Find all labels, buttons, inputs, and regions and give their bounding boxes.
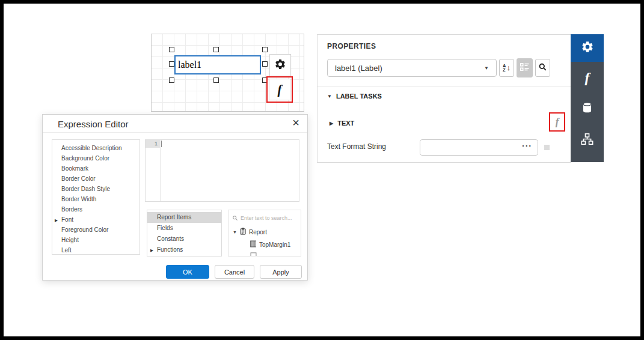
highlight-red-box: f xyxy=(266,76,293,103)
expression-code-editor[interactable]: 1 xyxy=(145,139,299,202)
close-icon[interactable]: × xyxy=(292,116,299,130)
tab-report-items[interactable]: Report Items xyxy=(147,212,221,223)
object-selector-value: label1 (Label) xyxy=(335,64,382,73)
tab-fields[interactable]: Fields xyxy=(147,223,221,234)
list-item[interactable]: Foreground Color xyxy=(52,225,140,235)
search-properties-button[interactable] xyxy=(535,59,550,77)
text-format-string-input[interactable] xyxy=(420,140,538,155)
margin-band-icon xyxy=(250,240,256,249)
fx-icon: f xyxy=(585,70,590,86)
resize-handle[interactable] xyxy=(169,61,174,67)
chevron-right-icon: ▶ xyxy=(55,215,58,225)
smart-tag-gear-button[interactable] xyxy=(269,54,291,76)
editor-gutter: 1 xyxy=(146,140,161,201)
database-icon xyxy=(581,101,593,117)
search-icon xyxy=(538,62,547,74)
toolbar-tab-expressions[interactable]: f xyxy=(571,62,604,93)
format-checkbox[interactable] xyxy=(544,145,550,150)
expression-property-list: Accessible Description Background Color … xyxy=(52,139,140,255)
section-label-tasks[interactable]: ▼ LABEL TASKS xyxy=(327,93,382,100)
cancel-button[interactable]: Cancel xyxy=(215,265,254,279)
list-item[interactable]: Accessible Description xyxy=(52,143,140,153)
list-item[interactable]: Border Dash Style xyxy=(52,184,140,194)
properties-panel-title: PROPERTIES xyxy=(327,42,376,50)
section-text-title: TEXT xyxy=(337,120,354,127)
chevron-right-icon: ▶ xyxy=(330,121,333,126)
divider xyxy=(317,86,571,87)
label-control-text: label1 xyxy=(178,59,201,70)
resize-handle[interactable] xyxy=(213,47,219,52)
search-icon xyxy=(232,213,238,223)
object-selector-dropdown[interactable]: label1 (Label) ▼ xyxy=(327,59,497,77)
list-item[interactable]: Borders xyxy=(52,204,140,214)
ok-button[interactable]: OK xyxy=(166,265,209,279)
properties-panel: PROPERTIES label1 (Label) ▼ AZ ↓ xyxy=(317,34,571,163)
tree-search-input[interactable] xyxy=(241,215,293,221)
tree-item-report[interactable]: ▼ Report xyxy=(228,228,301,236)
fx-icon: f xyxy=(278,82,282,97)
resize-handle[interactable] xyxy=(262,47,268,52)
toolbar-tab-data-sources[interactable] xyxy=(571,93,604,124)
list-item-font[interactable]: ▶ Font xyxy=(52,214,140,225)
text-format-string-field-wrap: ··· xyxy=(420,139,538,156)
gear-icon xyxy=(274,58,286,73)
toolbar-tab-properties[interactable] xyxy=(571,34,604,62)
tree-item-topmargin[interactable]: TopMargin1 xyxy=(228,240,301,249)
list-item[interactable]: Border Color xyxy=(52,174,140,184)
text-caret xyxy=(161,141,162,147)
chevron-down-icon: ▼ xyxy=(484,65,489,71)
design-surface[interactable]: label1 f xyxy=(151,34,304,112)
highlight-red-box: f xyxy=(549,112,565,132)
report-designer-screenshot: label1 f PROPERTIES label1 (Label) ▼ AZ … xyxy=(0,0,644,340)
list-item[interactable]: Left xyxy=(52,245,140,255)
list-item[interactable]: Bookmark xyxy=(52,163,140,174)
report-icon xyxy=(240,228,246,236)
expression-category-list: Report Items Fields Constants ▶ Function… xyxy=(147,210,222,257)
side-toolbar: f xyxy=(571,34,604,162)
sort-az-icon: AZ ↓ xyxy=(503,64,511,72)
dialog-titlebar: Expression Editor × xyxy=(43,115,307,133)
resize-handle[interactable] xyxy=(213,77,219,83)
apply-button[interactable]: Apply xyxy=(260,265,302,279)
label-control[interactable]: label1 xyxy=(174,55,261,74)
fx-icon[interactable]: f xyxy=(556,116,559,128)
sitemap-icon xyxy=(580,133,594,148)
list-item[interactable]: Background Color xyxy=(52,153,140,163)
list-item[interactable]: Height xyxy=(52,235,140,245)
section-text[interactable]: ▶ TEXT xyxy=(330,120,354,127)
tab-constants[interactable]: Constants xyxy=(147,234,221,244)
toolbar-tab-report-structure[interactable] xyxy=(571,124,604,156)
tree-item-label: TopMargin1 xyxy=(259,241,290,248)
resize-handle[interactable] xyxy=(169,47,174,52)
gear-icon xyxy=(581,40,594,56)
line-number: 1 xyxy=(146,140,160,148)
category-view-icon xyxy=(520,62,529,73)
chevron-down-icon: ▼ xyxy=(327,94,332,99)
list-item[interactable]: Border Width xyxy=(52,194,140,204)
tree-item-partial[interactable] xyxy=(228,252,301,257)
ellipsis-button[interactable]: ··· xyxy=(522,141,532,151)
band-icon xyxy=(250,252,257,257)
resize-handle[interactable] xyxy=(169,77,174,83)
tab-functions[interactable]: ▶ Functions xyxy=(147,244,221,255)
category-view-button[interactable] xyxy=(517,58,533,77)
expression-fx-button[interactable]: f xyxy=(269,79,290,100)
text-format-string-label: Text Format String xyxy=(327,142,386,151)
tree-search-row xyxy=(228,210,301,223)
tree-item-label: Report xyxy=(249,229,267,235)
editor-content[interactable] xyxy=(161,140,299,201)
chevron-down-icon: ▼ xyxy=(233,230,237,234)
expression-editor-dialog: Expression Editor × Accessible Descripti… xyxy=(42,114,308,281)
resize-handle[interactable] xyxy=(262,61,268,67)
chevron-right-icon: ▶ xyxy=(150,245,153,256)
sort-az-button[interactable]: AZ ↓ xyxy=(499,59,514,77)
expression-item-tree: ▼ Report TopMargin1 xyxy=(228,210,301,257)
section-label-tasks-title: LABEL TASKS xyxy=(336,93,382,100)
dialog-title: Expression Editor xyxy=(58,119,129,129)
